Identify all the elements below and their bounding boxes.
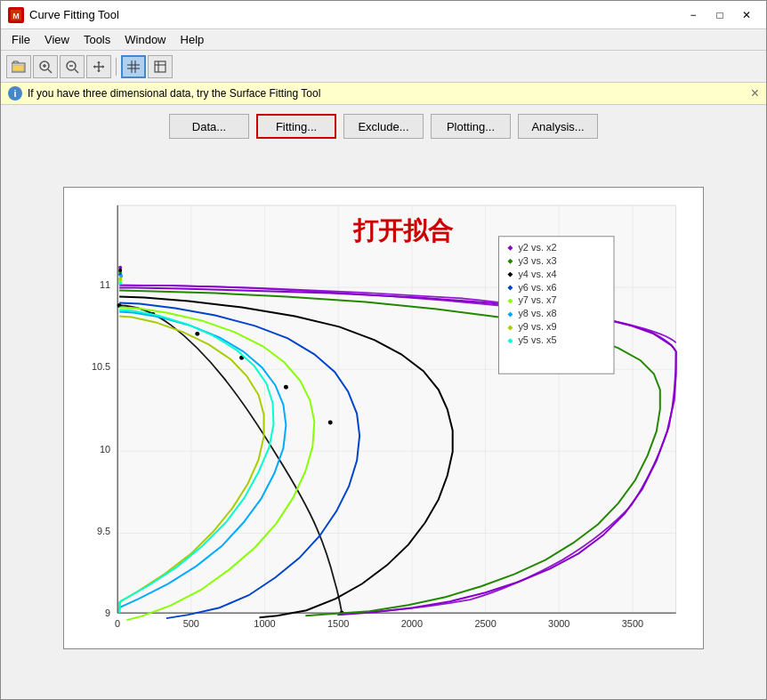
info-bar: i If you have three dimensional data, tr… bbox=[1, 83, 766, 105]
svg-text:3500: 3500 bbox=[622, 618, 643, 629]
toolbar bbox=[1, 51, 766, 83]
svg-text:3000: 3000 bbox=[548, 618, 569, 629]
data-button[interactable]: Data... bbox=[169, 114, 249, 139]
svg-text:2500: 2500 bbox=[474, 618, 496, 629]
svg-text:y6 vs. x6: y6 vs. x6 bbox=[518, 282, 556, 293]
svg-text:10.5: 10.5 bbox=[92, 361, 110, 372]
svg-text:y8 vs. x8: y8 vs. x8 bbox=[518, 308, 556, 318]
menu-window[interactable]: Window bbox=[117, 31, 173, 48]
plot-svg: 9 9.5 10 10.5 11 0 500 1000 1500 2000 25… bbox=[64, 188, 703, 648]
svg-text:2000: 2000 bbox=[401, 618, 423, 629]
svg-line-9 bbox=[75, 69, 78, 73]
svg-point-79 bbox=[118, 282, 122, 286]
close-button[interactable]: ✕ bbox=[734, 5, 759, 25]
analysis-button[interactable]: Analysis... bbox=[518, 114, 598, 139]
menu-help[interactable]: Help bbox=[174, 31, 212, 48]
window-title: Curve Fitting Tool bbox=[29, 8, 681, 21]
info-icon: i bbox=[8, 86, 22, 101]
svg-rect-15 bbox=[155, 61, 166, 72]
plot-container: 打开拟合 bbox=[63, 187, 704, 649]
window-controls: − □ ✕ bbox=[681, 5, 759, 25]
menu-view[interactable]: View bbox=[37, 31, 77, 48]
svg-text:1500: 1500 bbox=[327, 618, 349, 629]
svg-text:10: 10 bbox=[100, 444, 110, 455]
svg-point-78 bbox=[118, 278, 122, 281]
grid-toggle-button[interactable] bbox=[121, 55, 146, 78]
restore-button[interactable]: □ bbox=[707, 5, 732, 25]
svg-text:500: 500 bbox=[183, 618, 199, 629]
zoom-out-button[interactable] bbox=[60, 55, 85, 78]
menu-bar: File View Tools Window Help bbox=[1, 29, 766, 51]
svg-point-53 bbox=[284, 385, 288, 390]
svg-text:9.5: 9.5 bbox=[97, 526, 110, 536]
svg-text:y7 vs. x7: y7 vs. x7 bbox=[518, 294, 556, 305]
svg-text:y9 vs. x9: y9 vs. x9 bbox=[518, 321, 556, 332]
svg-text:9: 9 bbox=[105, 607, 110, 618]
pan-button[interactable] bbox=[86, 55, 111, 78]
plot-area: 打开拟合 bbox=[1, 146, 766, 699]
fitting-button[interactable]: Fitting... bbox=[256, 114, 336, 139]
toolbar-separator bbox=[116, 58, 117, 76]
plotting-button[interactable]: Plotting... bbox=[431, 114, 511, 139]
app-icon: M bbox=[8, 7, 24, 23]
main-window: M Curve Fitting Tool − □ ✕ File View Too… bbox=[0, 0, 767, 700]
svg-text:y5 vs. x5: y5 vs. x5 bbox=[518, 334, 556, 345]
info-close-button[interactable]: × bbox=[751, 86, 759, 101]
open-button[interactable] bbox=[6, 55, 31, 78]
svg-text:1000: 1000 bbox=[254, 618, 275, 629]
svg-text:11: 11 bbox=[100, 279, 110, 290]
title-bar: M Curve Fitting Tool − □ ✕ bbox=[1, 1, 766, 29]
data-cursor-button[interactable] bbox=[148, 55, 173, 78]
svg-point-54 bbox=[328, 420, 333, 424]
svg-text:0: 0 bbox=[115, 618, 120, 629]
svg-rect-3 bbox=[12, 65, 24, 71]
svg-text:y2 vs. x2: y2 vs. x2 bbox=[518, 242, 556, 253]
svg-text:M: M bbox=[12, 12, 20, 20]
minimize-button[interactable]: − bbox=[681, 5, 706, 25]
svg-text:y3 vs. x3: y3 vs. x3 bbox=[518, 255, 556, 266]
zoom-in-button[interactable] bbox=[33, 55, 58, 78]
menu-file[interactable]: File bbox=[4, 31, 37, 48]
svg-point-80 bbox=[118, 269, 122, 272]
action-bar: Data... Fitting... Exclude... Plotting..… bbox=[1, 105, 766, 146]
svg-text:y4 vs. x4: y4 vs. x4 bbox=[518, 269, 556, 279]
svg-point-51 bbox=[195, 332, 199, 336]
svg-line-5 bbox=[48, 69, 52, 73]
exclude-button[interactable]: Exclude... bbox=[343, 114, 424, 139]
menu-tools[interactable]: Tools bbox=[77, 31, 117, 48]
info-text: If you have three dimensional data, try … bbox=[28, 87, 320, 100]
